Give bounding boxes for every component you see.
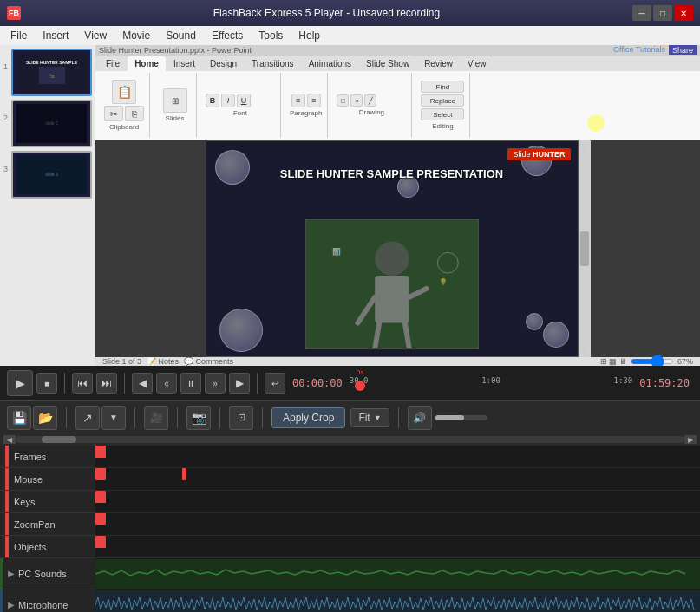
menu-movie[interactable]: Movie (115, 28, 157, 43)
scroll-left-btn[interactable]: ◀ (3, 435, 16, 444)
window-controls: ─ □ ✕ (632, 5, 693, 21)
close-button[interactable]: ✕ (674, 5, 693, 21)
ppt-notes-btn[interactable]: 📝 Notes (147, 357, 179, 366)
toolbar-sep-1 (66, 407, 67, 428)
cursor-highlight (587, 114, 605, 132)
ppt-tabs: File Home Insert Design Transitions Anim… (95, 56, 700, 72)
align-left-btn[interactable]: ≡ (291, 94, 305, 107)
frames-cells: for(var i=0;i<80;i++){ document.write(''… (95, 446, 700, 467)
ppt-tab-insert[interactable]: Insert (167, 56, 202, 71)
share-dropdown[interactable]: ▼ (101, 406, 126, 430)
copy-btn[interactable]: ⎘ (125, 106, 144, 121)
shape-line-btn[interactable]: ╱ (364, 94, 376, 107)
scroll-track[interactable] (16, 436, 684, 443)
apply-crop-button[interactable]: Apply Crop (271, 407, 345, 428)
save-button[interactable]: 💾 (7, 406, 31, 430)
record-button[interactable]: ↩ (265, 373, 285, 394)
ppt-tab-review[interactable]: Review (417, 56, 460, 71)
tracks-area: Frames Mouse Keys ZoomPan Objects ▶ PC S… (0, 446, 700, 612)
microphone-track (95, 589, 700, 612)
italic-btn[interactable]: I (221, 94, 235, 107)
align-center-btn[interactable]: ≡ (307, 94, 321, 107)
pcsounds-track (95, 558, 700, 589)
ppt-comments-btn[interactable]: 💬 Comments (184, 357, 233, 366)
menu-effects[interactable]: Effects (205, 28, 250, 43)
mouse-track (95, 468, 700, 491)
ppt-tab-slideshow[interactable]: Slide Show (359, 56, 416, 71)
underline-btn[interactable]: U (237, 94, 251, 107)
ppt-tutorials-link[interactable]: Office Tutorials (613, 45, 665, 55)
toolbar-sep-3 (177, 407, 178, 428)
speed-up-button[interactable]: » (205, 373, 226, 394)
frames-track: for(var i=0;i<80;i++){ document.write(''… (95, 446, 700, 468)
slide-thumb-1[interactable]: SLIDE HUNTER SAMPLE 📷 (11, 49, 92, 96)
share-button[interactable]: ↗ (75, 406, 100, 430)
cut-btn[interactable]: ✂ (104, 106, 123, 121)
prev-frame-button[interactable]: ⏮ (72, 373, 93, 394)
ribbon-paragraph: ≡ ≡ Paragraph (285, 73, 328, 138)
pcsounds-waveform-svg (95, 559, 700, 589)
stop-button[interactable]: ■ (36, 373, 57, 394)
track-container: ◀ ▶ Frames Mouse Keys ZoomPan (0, 433, 700, 612)
bubble-6 (526, 313, 543, 330)
mouse-cell-0 (95, 468, 106, 480)
menu-tools[interactable]: Tools (252, 28, 290, 43)
step-fwd-button[interactable]: ▶ (229, 373, 250, 394)
ppt-share-btn[interactable]: Share (669, 45, 697, 55)
replace-btn[interactable]: Replace (421, 94, 464, 107)
ppt-tab-file[interactable]: File (99, 56, 127, 71)
maximize-button[interactable]: □ (653, 5, 672, 21)
ppt-window-title: Slide Hunter Presentation.pptx - PowerPo… (99, 46, 252, 55)
ppt-tab-home[interactable]: Home (128, 56, 166, 71)
ppt-ribbon: Slide Hunter Presentation.pptx - PowerPo… (95, 45, 700, 140)
track-label-zoompan: ZoomPan (0, 513, 95, 536)
pause-button[interactable]: ⏸ (180, 373, 201, 394)
slide-main: Slide Hunter Presentation.pptx - PowerPo… (95, 45, 700, 366)
volume-button[interactable]: 🔊 (408, 406, 432, 430)
next-frame-button[interactable]: ⏭ (96, 373, 117, 394)
minimize-button[interactable]: ─ (632, 5, 651, 21)
slide-thumb-2[interactable]: slide 2 (11, 100, 92, 147)
track-scrollbar[interactable]: ◀ ▶ (0, 433, 700, 446)
find-btn[interactable]: Find (421, 81, 464, 93)
app-icon: FB (7, 6, 21, 20)
ppt-tab-animations[interactable]: Animations (302, 56, 358, 71)
bold-btn[interactable]: B (206, 94, 219, 107)
menu-help[interactable]: Help (291, 28, 327, 43)
scroll-thumb[interactable] (42, 436, 76, 443)
open-button[interactable]: 📂 (33, 406, 57, 430)
step-back-button[interactable]: ◀ (132, 373, 153, 394)
svg-text:💡: 💡 (439, 277, 448, 286)
scroll-right-btn[interactable]: ▶ (684, 435, 697, 444)
svg-rect-11 (95, 559, 700, 589)
bubble-5 (543, 322, 569, 348)
ppt-scrollbar[interactable]: ▲ ▼ (579, 140, 591, 357)
shape-rect-btn[interactable]: □ (337, 94, 349, 107)
menu-insert[interactable]: Insert (36, 28, 75, 43)
new-slide-btn[interactable]: ⊞ (163, 88, 187, 113)
crop-button[interactable]: ⊡ (229, 406, 253, 430)
screenshot-button[interactable]: 📷 (186, 406, 211, 430)
ppt-ribbon-content: 📋 ✂ ⎘ Clipboard ⊞ Slides (95, 71, 700, 140)
volume-slider[interactable] (435, 415, 487, 420)
ppt-tab-design[interactable]: Design (203, 56, 244, 71)
speed-down-button[interactable]: « (156, 373, 177, 394)
menu-sound[interactable]: Sound (159, 28, 203, 43)
menu-view[interactable]: View (77, 28, 114, 43)
fit-dropdown[interactable]: Fit ▼ (350, 408, 389, 427)
ribbon-font: B I U Font (200, 73, 281, 138)
slide-thumb-3[interactable]: slide 3 (11, 151, 92, 199)
shape-oval-btn[interactable]: ○ (350, 94, 363, 107)
play-button[interactable]: ▶ (7, 370, 33, 396)
select-btn[interactable]: Select (421, 108, 464, 120)
keys-cell-0 (95, 491, 106, 503)
video-button[interactable]: 🎥 (144, 406, 168, 430)
ppt-zoom-slider[interactable] (631, 359, 674, 364)
ppt-tab-view[interactable]: View (461, 56, 494, 71)
ppt-view-btns[interactable]: ⊞ ▦ 🖥 (600, 357, 627, 366)
menu-file[interactable]: File (3, 28, 34, 43)
pcsounds-waveform-container (95, 558, 700, 589)
toolbar-sep-2 (134, 407, 135, 428)
paste-btn[interactable]: 📋 (112, 80, 136, 104)
ppt-tab-transitions[interactable]: Transitions (245, 56, 301, 71)
